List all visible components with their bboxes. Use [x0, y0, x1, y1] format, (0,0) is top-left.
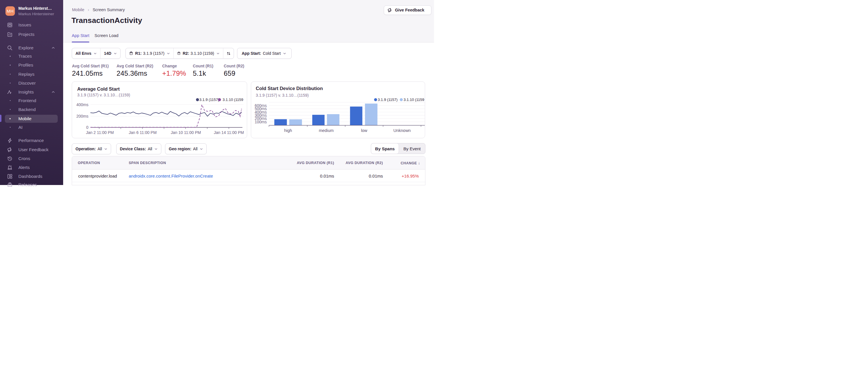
svg-text:100ms: 100ms: [255, 120, 267, 124]
svg-text:low: low: [361, 128, 367, 133]
svg-text:400ms: 400ms: [76, 102, 88, 107]
svg-text:Jan 2 11:00 PM: Jan 2 11:00 PM: [86, 130, 114, 135]
svg-text:200ms: 200ms: [76, 114, 88, 119]
svg-text:high: high: [284, 128, 292, 133]
svg-text:3.1.9 (1157) v. 3.1.10…(1159): 3.1.9 (1157) v. 3.1.10…(1159): [77, 93, 130, 97]
svg-text:3.1.10 (1159: 3.1.10 (1159: [404, 98, 424, 102]
svg-text:3.1.9 (1157): 3.1.9 (1157): [378, 98, 398, 102]
svg-text:Average Cold Start: Average Cold Start: [77, 86, 120, 92]
svg-text:medium: medium: [319, 128, 334, 133]
svg-text:Jan 6 11:00 PM: Jan 6 11:00 PM: [129, 130, 157, 135]
svg-text:Unknown: Unknown: [393, 128, 410, 133]
svg-text:3.1.9 (1157) v. 3.1.10…(1159): 3.1.9 (1157) v. 3.1.10…(1159): [256, 93, 309, 98]
svg-text:Jan 14 11:00 PM: Jan 14 11:00 PM: [214, 130, 244, 135]
svg-text:0: 0: [86, 125, 88, 130]
svg-text:3.1.10 (1159: 3.1.10 (1159: [223, 98, 243, 102]
svg-text:Jan 10 11:00 PM: Jan 10 11:00 PM: [171, 130, 201, 135]
svg-text:3.1.9 (1157): 3.1.9 (1157): [199, 98, 219, 102]
svg-text:Cold Start Device Distribution: Cold Start Device Distribution: [256, 86, 323, 91]
